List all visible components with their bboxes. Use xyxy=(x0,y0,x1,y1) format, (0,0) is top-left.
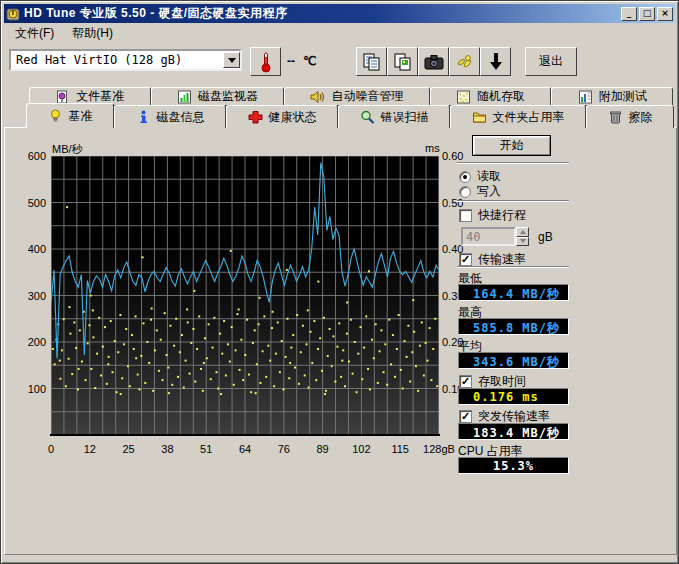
write-radio[interactable] xyxy=(459,186,471,198)
x-axis-line xyxy=(50,434,440,436)
temperature-unit: ℃ xyxy=(303,54,316,68)
tab-disk-monitor[interactable]: 磁盘监视器 xyxy=(151,87,285,106)
access-time-checkbox[interactable]: ✓ xyxy=(459,375,472,388)
separator xyxy=(457,200,569,202)
app-window: HD Tune 专业版 5.50 - 硬盘/固态硬盘实用程序 _ □ × 文件(… xyxy=(0,0,679,564)
arrow-down-icon xyxy=(489,52,503,72)
y-axis-tick-label: 400 xyxy=(18,243,46,255)
tab-disk-info[interactable]: 磁盘信息 xyxy=(114,105,226,128)
write-radio-row[interactable]: 写入 xyxy=(459,183,501,200)
tab-label: 磁盘信息 xyxy=(157,109,205,126)
shortstroke-size-value[interactable]: 40 xyxy=(461,227,516,246)
benchmark-chart xyxy=(51,156,439,435)
burst-rate-checkbox[interactable]: ✓ xyxy=(459,410,472,423)
min-value-display: 164.4 MB/秒 xyxy=(458,284,569,301)
burst-rate-display: 183.4 MB/秒 xyxy=(458,423,569,440)
drive-select-value: Red Hat VirtIO (128 gB) xyxy=(16,53,182,67)
read-radio[interactable] xyxy=(459,171,471,183)
tab-row-primary: 基准 磁盘信息 健康状态 错误扫描 xyxy=(26,105,674,128)
magnifier-icon xyxy=(360,110,375,124)
tab-benchmark[interactable]: 基准 xyxy=(26,103,114,128)
minimize-button[interactable]: _ xyxy=(621,7,637,21)
camera-icon xyxy=(424,54,444,70)
copy-image-button[interactable] xyxy=(387,47,418,76)
right-axis-unit: ms xyxy=(425,142,440,154)
temperature-value: -- xyxy=(287,54,295,68)
copy-text-icon xyxy=(362,52,382,72)
tab-health[interactable]: 健康状态 xyxy=(226,105,338,128)
disk-monitor-icon xyxy=(177,90,192,104)
folder-icon xyxy=(472,110,487,124)
x-axis-tick-label: 128gB xyxy=(419,443,459,455)
chevron-down-icon xyxy=(228,58,236,63)
info-icon xyxy=(136,110,151,124)
x-axis-tick-label: 115 xyxy=(380,443,420,455)
tab-label: 错误扫描 xyxy=(381,109,429,126)
tab-label: 擦除 xyxy=(629,109,653,126)
separator xyxy=(457,162,569,164)
spinner-up-icon[interactable] xyxy=(516,227,529,237)
app-icon xyxy=(6,7,20,21)
thermometer-icon xyxy=(260,51,272,73)
shortstroke-row[interactable]: 快捷行程 xyxy=(459,207,526,224)
tab-label: 随机存取 xyxy=(477,88,525,105)
tab-erase[interactable]: 擦除 xyxy=(586,105,674,128)
tab-folder-usage[interactable]: 文件夹占用率 xyxy=(450,105,586,128)
tab-label: 文件夹占用率 xyxy=(493,109,565,126)
menu-file[interactable]: 文件(F) xyxy=(8,23,61,44)
donate-button[interactable] xyxy=(449,47,480,76)
tab-label: 附加测试 xyxy=(599,88,647,105)
close-button[interactable]: × xyxy=(657,7,673,21)
x-axis-tick-label: 89 xyxy=(303,443,343,455)
copy-text-button[interactable] xyxy=(356,47,387,76)
benchmark-bulb-icon xyxy=(48,109,63,123)
tab-label: 自动噪音管理 xyxy=(331,88,403,105)
exit-button[interactable]: 退出 xyxy=(525,47,577,76)
tab-label: 健康状态 xyxy=(269,109,317,126)
screenshot-button[interactable] xyxy=(418,47,449,76)
x-axis-tick-label: 0 xyxy=(31,443,71,455)
tab-label: 基准 xyxy=(69,108,93,125)
y-axis-tick-label: 500 xyxy=(18,197,46,209)
avg-value-display: 343.6 MB/秒 xyxy=(458,352,569,369)
y-axis-tick-label: 100 xyxy=(18,383,46,395)
x-axis-tick-label: 38 xyxy=(147,443,187,455)
file-benchmark-icon xyxy=(55,90,70,104)
x-axis-tick-label: 25 xyxy=(109,443,149,455)
menu-bar: 文件(F) 帮助(H) xyxy=(4,23,675,43)
menu-help[interactable]: 帮助(H) xyxy=(65,23,120,44)
drive-select-dropdown-button[interactable] xyxy=(223,52,240,68)
start-button[interactable]: 开始 xyxy=(472,135,551,156)
temperature-button[interactable] xyxy=(250,47,281,76)
chart-plot-area xyxy=(51,156,439,435)
tab-label: 磁盘监视器 xyxy=(198,88,258,105)
copy-image-icon xyxy=(393,52,413,72)
write-radio-label: 写入 xyxy=(477,183,501,200)
spinner-down-icon[interactable] xyxy=(516,237,529,247)
shortstroke-checkbox[interactable] xyxy=(459,209,472,222)
drive-select[interactable]: Red Hat VirtIO (128 gB) xyxy=(9,49,242,71)
shortstroke-size-spinner[interactable]: 40 xyxy=(461,227,529,246)
health-cross-icon xyxy=(248,110,263,124)
hands-icon xyxy=(455,52,475,72)
random-access-icon xyxy=(456,90,471,104)
access-time-display: 0.176 ms xyxy=(458,388,569,405)
y-axis-tick-label: 600 xyxy=(18,150,46,162)
title-bar[interactable]: HD Tune 专业版 5.50 - 硬盘/固态硬盘实用程序 _ □ × xyxy=(4,4,675,23)
x-axis-tick-label: 51 xyxy=(186,443,226,455)
tab-row-secondary: 文件基准 磁盘监视器 自动噪音管理 随机存取 xyxy=(29,87,673,106)
tab-random-access[interactable]: 随机存取 xyxy=(430,87,552,106)
start-button-label: 开始 xyxy=(500,137,524,154)
shortstroke-label: 快捷行程 xyxy=(478,207,526,224)
right-axis-tick-label: 0.60 xyxy=(442,150,472,162)
tab-error-scan[interactable]: 错误扫描 xyxy=(338,105,450,128)
tab-extra-tests[interactable]: 附加测试 xyxy=(551,87,673,106)
maximize-button[interactable]: □ xyxy=(639,7,655,21)
tab-aam[interactable]: 自动噪音管理 xyxy=(284,87,430,106)
shortstroke-unit: gB xyxy=(538,230,553,244)
transfer-rate-checkbox[interactable]: ✓ xyxy=(459,253,472,266)
cpu-usage-display: 15.3% xyxy=(458,457,569,474)
exit-button-label: 退出 xyxy=(539,53,563,70)
y-axis-tick-label: 300 xyxy=(18,290,46,302)
save-button[interactable] xyxy=(480,47,511,76)
